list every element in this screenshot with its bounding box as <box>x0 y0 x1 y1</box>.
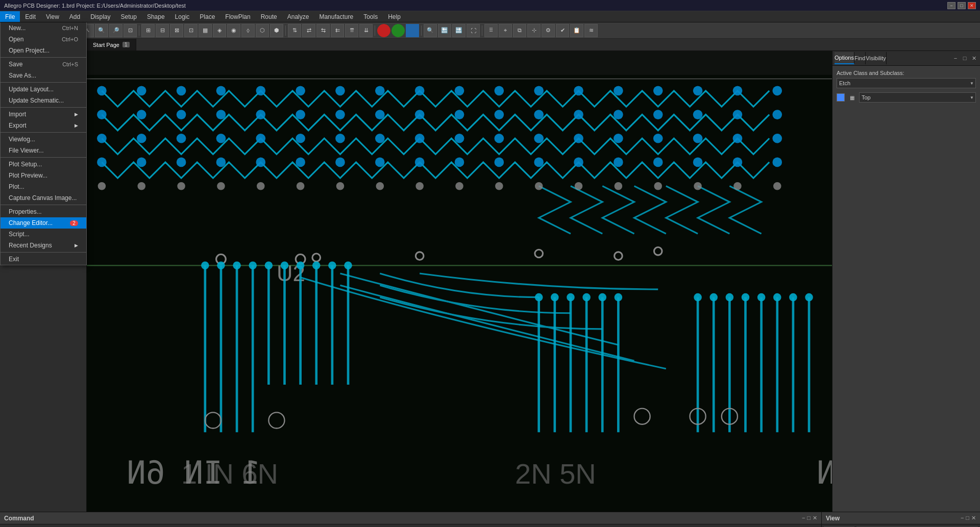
menu-open-project[interactable]: Open Project... <box>1 45 86 56</box>
toolbar-zoom-fit[interactable]: ⊡ <box>124 24 137 37</box>
titlebar: Allegro PCB Designer: 1.brd Project: E:/… <box>0 0 980 11</box>
menu-tools[interactable]: Tools <box>358 11 383 22</box>
menu-open[interactable]: OpenCtrl+O <box>1 34 86 45</box>
toolbar-r3[interactable] <box>406 24 419 37</box>
svg-point-62 <box>296 134 305 143</box>
menu-import[interactable]: Import▶ <box>1 109 86 120</box>
menu-analyze[interactable]: Analyze <box>282 11 314 22</box>
svg-point-50 <box>534 110 544 119</box>
menu-plot-preview[interactable]: Plot Preview... <box>1 170 86 181</box>
toolbar-t12[interactable]: ⇄ <box>302 24 315 37</box>
toolbar-grid[interactable]: ⠿ <box>484 24 498 37</box>
toolbar-t8[interactable]: ◊ <box>241 24 255 37</box>
toolbar-prop[interactable]: ⚙ <box>542 24 555 37</box>
command-restore[interactable]: □ <box>807 515 811 521</box>
svg-point-71 <box>653 134 663 143</box>
toolbar-t4[interactable]: ⊡ <box>184 24 198 37</box>
menu-help[interactable]: Help <box>383 11 406 22</box>
menu-new[interactable]: New...Ctrl+N <box>1 22 86 34</box>
toolbar-zoom-next[interactable]: 🔜 <box>452 24 465 37</box>
menu-save[interactable]: SaveCtrl+S <box>1 59 86 70</box>
toolbar-t5[interactable]: ▦ <box>199 24 212 37</box>
toolbar-sigs[interactable]: ≋ <box>584 24 598 37</box>
menu-exit[interactable]: Exit <box>1 254 86 265</box>
menu-route[interactable]: Route <box>256 11 282 22</box>
menu-script[interactable]: Script... <box>1 229 86 240</box>
right-panel-minimize[interactable]: − <box>951 54 960 62</box>
menu-file-viewer[interactable]: File Viewer... <box>1 145 86 156</box>
tab-options[interactable]: Options <box>835 52 854 64</box>
menu-display[interactable]: Display <box>85 11 115 22</box>
toolbar-t15[interactable]: ⇈ <box>345 24 358 37</box>
menu-setup[interactable]: Setup <box>116 11 142 22</box>
command-close[interactable]: ✕ <box>813 515 817 521</box>
toolbar-t16[interactable]: ⇊ <box>359 24 373 37</box>
menu-properties[interactable]: Properties... <box>1 206 86 217</box>
svg-point-72 <box>693 134 703 143</box>
menu-plot[interactable]: Plot... <box>1 181 86 192</box>
tab-visibility[interactable]: Visibility <box>866 52 887 64</box>
pcb-canvas-area[interactable]: U2 <box>87 51 832 512</box>
toolbar-t9[interactable]: ⬡ <box>256 24 269 37</box>
toolbar-t14[interactable]: ⇇ <box>331 24 344 37</box>
toolbar-layers[interactable]: ⧉ <box>513 24 526 37</box>
menu-export[interactable]: Export▶ <box>1 120 86 131</box>
menu-logic[interactable]: Logic <box>170 11 195 22</box>
class-select[interactable]: Etch <box>837 78 976 88</box>
toolbar-t13[interactable]: ⇆ <box>316 24 330 37</box>
toolbar-ratsnest[interactable]: ⊹ <box>527 24 541 37</box>
svg-point-67 <box>495 134 504 143</box>
right-panel-restore[interactable]: □ <box>961 54 969 62</box>
right-panel-close[interactable]: ✕ <box>970 54 978 62</box>
menu-view[interactable]: View <box>41 11 64 22</box>
toolbar-t7[interactable]: ◉ <box>227 24 240 37</box>
toolbar-r2[interactable] <box>391 24 405 37</box>
view-restore[interactable]: □ <box>966 515 969 521</box>
toolbar-t11[interactable]: ⇅ <box>288 24 301 37</box>
svg-point-26 <box>296 86 305 96</box>
menu-shape[interactable]: Shape <box>142 11 170 22</box>
menu-save-as[interactable]: Save As... <box>1 70 86 81</box>
svg-point-79 <box>256 158 265 167</box>
menu-manufacture[interactable]: Manufacture <box>314 11 358 22</box>
svg-point-89 <box>653 158 663 167</box>
close-button[interactable]: ✕ <box>968 2 976 9</box>
menu-update-layout[interactable]: Update Layout... <box>1 84 86 95</box>
view-minimize[interactable]: − <box>961 515 964 521</box>
tab-find[interactable]: Find <box>854 52 866 64</box>
view-close[interactable]: ✕ <box>971 515 976 521</box>
menu-plot-setup[interactable]: Plot Setup... <box>1 159 86 170</box>
svg-point-44 <box>296 110 305 119</box>
menu-change-editor[interactable]: Change Editor...2 <box>1 217 86 229</box>
menu-place[interactable]: Place <box>194 11 220 22</box>
menu-add[interactable]: Add <box>64 11 85 22</box>
maximize-button[interactable]: □ <box>958 2 966 9</box>
toolbar-zoom-in[interactable]: 🔍 <box>95 24 108 37</box>
menu-flowplan[interactable]: FlowPlan <box>220 11 255 22</box>
subclass-select[interactable]: Top <box>859 92 976 103</box>
menu-file[interactable]: File <box>0 11 20 22</box>
toolbar-zoom-all[interactable]: ⛶ <box>467 24 480 37</box>
svg-point-19 <box>733 182 742 190</box>
toolbar-t3[interactable]: ⊠ <box>170 24 183 37</box>
toolbar-t1[interactable]: ⊞ <box>141 24 155 37</box>
menu-capture[interactable]: Capture Canvas Image... <box>1 192 86 204</box>
tab-start-page[interactable]: Start Page 1 <box>87 39 136 51</box>
menu-viewlog[interactable]: Viewlog... <box>1 134 86 145</box>
toolbar-report[interactable]: 📋 <box>570 24 583 37</box>
toolbar-zoom-prev[interactable]: 🔙 <box>438 24 451 37</box>
toolbar-snap[interactable]: ⌖ <box>499 24 512 37</box>
menu-edit[interactable]: Edit <box>20 11 41 22</box>
toolbar-t2[interactable]: ⊟ <box>156 24 169 37</box>
toolbar-t6[interactable]: ◈ <box>213 24 226 37</box>
toolbar-zoom-box[interactable]: 🔍 <box>424 24 437 37</box>
toolbar-zoom-out[interactable]: 🔎 <box>109 24 122 37</box>
menu-update-schematic[interactable]: Update Schematic... <box>1 95 86 106</box>
toolbar-r1[interactable] <box>377 24 390 37</box>
svg-point-48 <box>455 110 464 119</box>
minimize-button[interactable]: − <box>947 2 955 9</box>
menu-recent-designs[interactable]: Recent Designs▶ <box>1 240 86 251</box>
toolbar-t10[interactable]: ⬢ <box>270 24 283 37</box>
command-minimize[interactable]: − <box>802 515 805 521</box>
toolbar-drc[interactable]: ✔ <box>556 24 569 37</box>
